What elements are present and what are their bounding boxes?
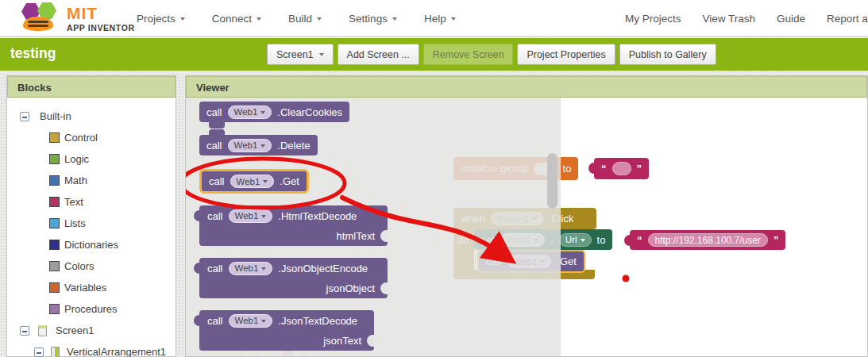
string-value-field[interactable] [612, 162, 631, 175]
logo-mit-text: MIT [67, 5, 135, 21]
category-color-swatch [49, 154, 60, 164]
block-call-web1-jsonobjectencode[interactable]: call Web1 .JsonObjectEncode jsonObject [199, 258, 388, 298]
block-plug [194, 263, 201, 274]
project-title: testing [10, 45, 56, 62]
value-socket [367, 335, 374, 347]
block-plug [588, 163, 596, 174]
category-color-swatch [49, 240, 60, 250]
chevron-down-icon [263, 180, 268, 186]
chevron-down-icon [261, 320, 266, 325]
block-call-web1-htmltextdecode[interactable]: call Web1 .HtmlTextDecode htmlText [199, 205, 388, 246]
remove-screen-button: Remove Screen [423, 44, 514, 65]
block-call-web1-clearcookies[interactable]: call Web1 .ClearCookies [199, 102, 349, 122]
tree-item-procedures[interactable]: Procedures [7, 298, 176, 320]
tree-item-control[interactable]: Control [7, 127, 176, 148]
logo-subtitle-text: APP INVENTOR [67, 24, 135, 33]
screen-selector-dropdown[interactable]: Screen1 [267, 44, 334, 65]
vertical-arrangement-icon [51, 347, 60, 357]
block-call-web1-jsontextdecode[interactable]: call Web1 .JsonTextDecode jsonText [199, 310, 374, 351]
component-dropdown[interactable]: Web1 [229, 262, 273, 275]
app-inventor-window: MIT APP INVENTOR Projects Connect Build … [0, 0, 868, 357]
tree-item-variables[interactable]: Variables [7, 277, 176, 298]
viewer-panel-header: Viewer [186, 76, 867, 98]
chevron-down-icon [261, 215, 266, 221]
chevron-down-icon [257, 17, 261, 23]
project-properties-button[interactable]: Project Properties [517, 44, 615, 65]
logo-text: MIT APP INVENTOR [67, 5, 135, 33]
chevron-down-icon [451, 17, 456, 23]
chevron-down-icon [581, 239, 585, 244]
add-screen-button[interactable]: Add Screen ... [338, 44, 419, 65]
screen-buttons-group: Screen1 Add Screen ... Remove Screen Pro… [267, 44, 716, 65]
blocks-tree: Built-in Control Logic Math Text Lists [7, 98, 176, 357]
chevron-down-icon [392, 17, 397, 23]
dot-annotation [623, 275, 630, 282]
blocks-canvas[interactable]: initialize global to “ ” when Button1 .C… [186, 98, 867, 356]
blocks-panel-header: Blocks [7, 76, 176, 98]
menu-settings[interactable]: Settings [349, 13, 397, 25]
flyout-scrollbar-thumb[interactable] [547, 153, 557, 209]
blocks-panel: Blocks Built-in Control Logic Math Text [6, 75, 176, 357]
tree-item-math[interactable]: Math [7, 170, 176, 191]
block-plug [194, 315, 201, 326]
block-empty-string[interactable]: “ ” [594, 158, 649, 179]
block-plug [194, 210, 201, 221]
category-color-swatch [49, 132, 60, 143]
top-links: My Projects View Trash Guide Report an I… [625, 0, 868, 36]
screen-icon [38, 325, 47, 336]
tree-item-verticalarrangement1[interactable]: VerticalArrangement1 [7, 341, 176, 357]
collapse-toggle-icon[interactable] [20, 326, 29, 336]
chevron-down-icon [319, 53, 324, 59]
block-call-web1-delete[interactable]: call Web1 .Delete [199, 135, 318, 155]
category-color-swatch [49, 175, 60, 186]
block-tab [209, 122, 225, 129]
category-color-swatch [49, 197, 60, 207]
publish-to-gallery-button[interactable]: Publish to Gallery [619, 44, 716, 65]
chevron-down-icon [261, 267, 266, 273]
collapse-toggle-icon[interactable] [20, 112, 29, 121]
value-socket [380, 230, 388, 242]
chevron-down-icon [260, 111, 265, 117]
tree-item-built-in[interactable]: Built-in [7, 106, 176, 127]
chevron-down-icon [317, 17, 322, 23]
link-view-trash[interactable]: View Trash [703, 13, 756, 25]
property-dropdown[interactable]: Url [559, 233, 592, 247]
tree-item-text[interactable]: Text [7, 191, 176, 213]
tree-item-dictionaries[interactable]: Dictionaries [7, 234, 176, 255]
bee-logo-icon [17, 2, 59, 34]
component-dropdown[interactable]: Web1 [229, 209, 273, 223]
block-tab [209, 129, 225, 136]
top-navigation-bar: MIT APP INVENTOR Projects Connect Build … [0, 0, 868, 36]
tree-item-screen1[interactable]: Screen1 [7, 320, 176, 341]
value-socket [380, 282, 388, 294]
category-color-swatch [49, 218, 60, 228]
tree-item-lists[interactable]: Lists [7, 213, 176, 234]
chevron-down-icon [180, 17, 185, 23]
component-dropdown[interactable]: Web1 [228, 106, 272, 119]
link-guide[interactable]: Guide [777, 13, 805, 25]
component-dropdown[interactable]: Web1 [230, 175, 275, 188]
category-color-swatch [49, 261, 60, 271]
menu-build[interactable]: Build [288, 13, 322, 25]
string-value-field[interactable]: http://192.168.100.7/user [648, 233, 768, 247]
chevron-down-icon [260, 144, 265, 150]
menu-projects[interactable]: Projects [137, 13, 185, 25]
main-menu-bar: Projects Connect Build Settings Help [137, 0, 456, 36]
category-color-swatch [49, 304, 60, 314]
block-plug [624, 235, 631, 246]
viewer-panel: Viewer initialize global to “ ” when But… [185, 75, 868, 357]
block-call-web1-get-flyout[interactable]: call Web1 .Get [199, 169, 309, 194]
category-color-swatch [49, 282, 60, 293]
collapse-toggle-icon[interactable] [34, 347, 44, 357]
tree-item-colors[interactable]: Colors [7, 255, 176, 277]
app-inventor-logo[interactable]: MIT APP INVENTOR [17, 2, 135, 34]
component-dropdown[interactable]: Web1 [229, 314, 273, 328]
link-my-projects[interactable]: My Projects [625, 13, 681, 25]
project-toolbar: testing Screen1 Add Screen ... Remove Sc… [0, 38, 868, 71]
tree-item-logic[interactable]: Logic [7, 148, 176, 170]
menu-help[interactable]: Help [424, 13, 456, 25]
link-report-issue[interactable]: Report an Issue [827, 13, 868, 25]
component-dropdown[interactable]: Web1 [228, 139, 272, 152]
block-url-string[interactable]: “ http://192.168.100.7/user ” [630, 230, 785, 250]
menu-connect[interactable]: Connect [212, 13, 261, 25]
